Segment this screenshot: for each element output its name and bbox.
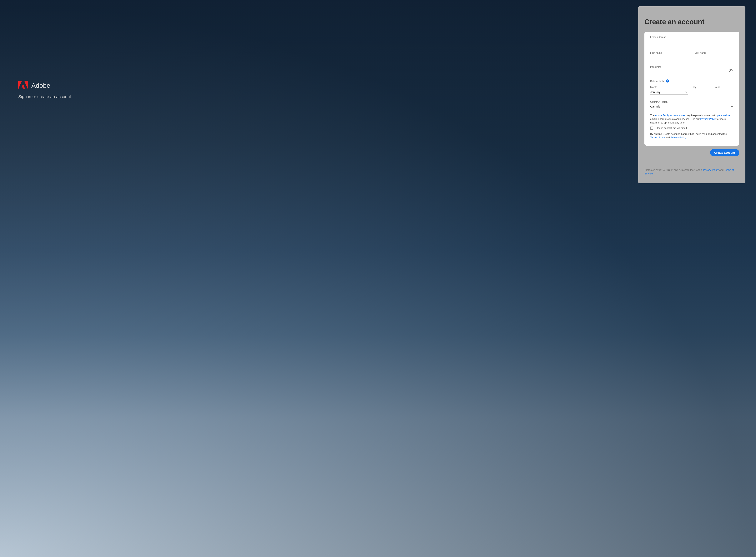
personalized-link[interactable]: personalized	[717, 114, 731, 117]
region-select[interactable]: Canada	[650, 104, 733, 109]
brand-name: Adobe	[31, 82, 50, 89]
signup-panel: Create an account Email address First na…	[638, 6, 746, 183]
create-account-button[interactable]: Create account	[710, 149, 739, 156]
adobe-logo-icon	[18, 81, 28, 90]
first-name-input[interactable]	[650, 54, 689, 60]
divider	[644, 165, 739, 165]
terms-of-use-link[interactable]: Terms of Use	[650, 136, 665, 139]
legal-paragraph-1: The Adobe family of companies may keep m…	[650, 114, 733, 125]
first-name-label: First name	[650, 51, 689, 54]
recaptcha-footer: Protected by reCAPTCHA and subject to th…	[644, 168, 739, 176]
dob-label: Date of birth	[650, 80, 664, 83]
month-select[interactable]: January	[650, 90, 688, 95]
region-value: Canada	[650, 104, 733, 109]
toggle-password-visibility-icon[interactable]	[728, 68, 733, 72]
password-label: Password	[650, 65, 733, 68]
privacy-policy-link[interactable]: Privacy Policy	[700, 118, 716, 120]
year-input[interactable]	[715, 90, 733, 95]
last-name-input[interactable]	[695, 54, 734, 60]
email-input[interactable]	[650, 38, 733, 44]
info-icon[interactable]: i	[666, 80, 669, 83]
form-card: Email address First name Last name Passw…	[644, 32, 739, 146]
brand-block: Adobe Sign in or create an account	[18, 81, 71, 99]
password-input[interactable]	[650, 68, 733, 74]
contact-email-checkbox[interactable]	[650, 126, 653, 129]
contact-email-label: Please contact me via email	[656, 126, 687, 129]
panel-title: Create an account	[644, 18, 739, 26]
last-name-label: Last name	[695, 51, 734, 54]
month-label: Month	[650, 86, 688, 88]
day-input[interactable]	[692, 90, 710, 95]
svg-line-1	[729, 69, 732, 72]
day-label: Day	[692, 86, 710, 88]
month-value: January	[650, 90, 688, 94]
adobe-companies-link[interactable]: Adobe family of companies	[655, 114, 685, 117]
email-label: Email address	[650, 36, 733, 38]
region-label: Country/Region	[650, 100, 733, 103]
year-label: Year	[715, 86, 733, 88]
privacy-policy-link-2[interactable]: Privacy Policy	[671, 136, 686, 139]
brand-tagline: Sign in or create an account	[18, 94, 71, 99]
google-privacy-link[interactable]: Privacy Policy	[703, 169, 719, 171]
legal-paragraph-2: By clicking Create account, I agree that…	[650, 132, 733, 140]
